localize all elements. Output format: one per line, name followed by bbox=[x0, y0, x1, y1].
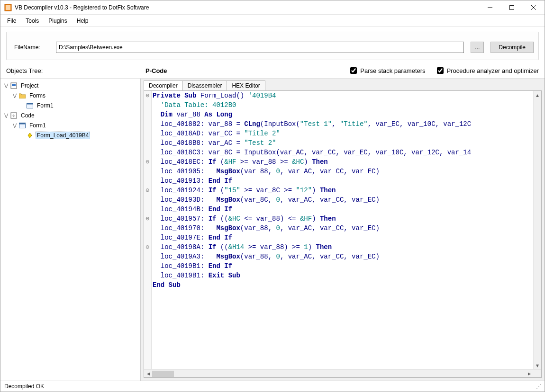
svg-rect-7 bbox=[12, 84, 16, 85]
collapse-icon[interactable]: ⋁ bbox=[12, 123, 18, 128]
objects-tree-label: Objects Tree: bbox=[6, 67, 136, 74]
scroll-track[interactable] bbox=[152, 370, 525, 377]
browse-button[interactable]: ... bbox=[471, 42, 484, 53]
file-panel: FileName: ... Decompile bbox=[6, 32, 539, 60]
tab-decompiler[interactable]: Decompiler bbox=[144, 80, 183, 90]
filename-label: FileName: bbox=[14, 44, 49, 51]
header-row: Objects Tree: P-Code Parse stack paramet… bbox=[0, 63, 545, 78]
scroll-thumb[interactable] bbox=[152, 371, 174, 377]
collapse-icon[interactable]: ⋁ bbox=[12, 93, 18, 98]
folder-icon bbox=[18, 92, 26, 99]
resize-grip-icon[interactable]: ⋰ bbox=[536, 383, 541, 390]
form-icon bbox=[18, 122, 26, 129]
code-gutter: ⊖⊖⊖⊖⊖ bbox=[144, 91, 152, 369]
horizontal-scrollbar[interactable]: ◂ ▸ bbox=[144, 369, 541, 377]
menu-plugins[interactable]: Plugins bbox=[44, 16, 72, 26]
proc-analyzer-checkbox[interactable]: Procedure analyzer and optimizer bbox=[435, 66, 539, 75]
statusbar: Decompiled OK ⋰ bbox=[0, 381, 545, 392]
objects-tree[interactable]: ⋁ Project ⋁ Forms bbox=[0, 79, 141, 381]
tab-hex-editor[interactable]: HEX Editor bbox=[227, 80, 265, 90]
collapse-icon[interactable]: ⋁ bbox=[3, 83, 9, 88]
code-icon: ✧ bbox=[10, 112, 18, 119]
svg-rect-8 bbox=[12, 85, 16, 86]
tree-node-form1-form[interactable]: Form1 bbox=[1, 100, 139, 110]
decompile-button[interactable]: Decompile bbox=[490, 42, 534, 53]
tree-node-project[interactable]: ⋁ Project bbox=[1, 80, 139, 90]
svg-rect-3 bbox=[510, 5, 514, 9]
window-buttons bbox=[479, 0, 545, 14]
tree-node-form-load[interactable]: Form_Load_4019B4 bbox=[1, 130, 139, 140]
tree-node-form1-code[interactable]: ⋁ Form1 bbox=[1, 120, 139, 130]
menubar: File Tools Plugins Help bbox=[0, 15, 545, 27]
tab-disassembler[interactable]: Disassembler bbox=[182, 80, 227, 90]
menu-help[interactable]: Help bbox=[72, 16, 93, 26]
scroll-left-icon[interactable]: ◂ bbox=[144, 370, 152, 377]
close-button[interactable] bbox=[523, 0, 545, 14]
pcode-label: P-Code bbox=[145, 67, 339, 74]
tree-node-forms[interactable]: ⋁ Forms bbox=[1, 90, 139, 100]
code-lines[interactable]: Private Sub Form_Load() '4019B4 'Data Ta… bbox=[152, 91, 533, 369]
code-pane: Decompiler Disassembler HEX Editor ⊖⊖⊖⊖⊖… bbox=[141, 79, 545, 381]
vertical-scrollbar[interactable]: ▴ ▾ bbox=[533, 91, 541, 369]
method-icon bbox=[26, 132, 34, 139]
status-text: Decompiled OK bbox=[4, 383, 44, 390]
scroll-corner bbox=[533, 370, 541, 377]
code-container: ⊖⊖⊖⊖⊖ Private Sub Form_Load() '4019B4 'D… bbox=[144, 90, 542, 378]
minimize-button[interactable] bbox=[479, 0, 501, 14]
maximize-button[interactable] bbox=[501, 0, 523, 14]
project-icon bbox=[10, 82, 18, 89]
app-icon bbox=[4, 4, 12, 11]
svg-rect-14 bbox=[19, 123, 26, 124]
parse-stack-input[interactable] bbox=[350, 67, 357, 74]
menu-file[interactable]: File bbox=[2, 16, 21, 26]
svg-rect-10 bbox=[27, 103, 33, 104]
code-tabs: Decompiler Disassembler HEX Editor bbox=[141, 79, 545, 90]
scroll-down-icon[interactable]: ▾ bbox=[534, 361, 541, 369]
filename-input[interactable] bbox=[56, 42, 464, 53]
svg-rect-1 bbox=[6, 5, 10, 10]
collapse-icon[interactable]: ⋁ bbox=[3, 113, 9, 118]
menu-tools[interactable]: Tools bbox=[21, 16, 44, 26]
tree-node-code[interactable]: ⋁ ✧ Code bbox=[1, 110, 139, 120]
window-title: VB Decompiler v10.3 - Registered to DotF… bbox=[15, 4, 479, 11]
svg-text:✧: ✧ bbox=[12, 114, 16, 118]
form-icon bbox=[26, 102, 34, 109]
parse-stack-checkbox[interactable]: Parse stack parameters bbox=[348, 66, 425, 75]
scroll-up-icon[interactable]: ▴ bbox=[534, 91, 541, 99]
main-split: ⋁ Project ⋁ Forms bbox=[0, 78, 545, 381]
scroll-right-icon[interactable]: ▸ bbox=[525, 370, 533, 377]
titlebar: VB Decompiler v10.3 - Registered to DotF… bbox=[0, 0, 545, 15]
code-body[interactable]: ⊖⊖⊖⊖⊖ Private Sub Form_Load() '4019B4 'D… bbox=[144, 91, 541, 369]
proc-analyzer-input[interactable] bbox=[437, 67, 444, 74]
